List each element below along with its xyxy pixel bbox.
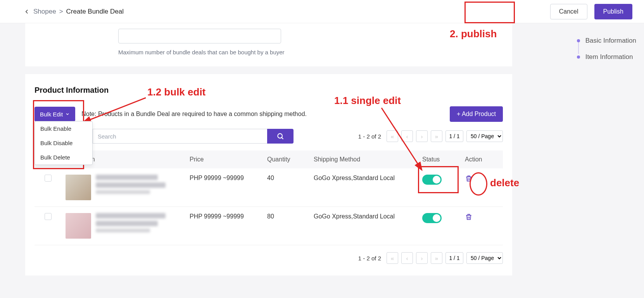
th-qty: Quantity: [267, 156, 314, 163]
th-status: Status: [422, 156, 465, 163]
cell-qty: 40: [267, 175, 314, 182]
row-checkbox[interactable]: [45, 175, 52, 182]
product-name-blurred: [96, 175, 166, 200]
bulk-enable-item[interactable]: Bulk Enable: [35, 121, 92, 136]
section-title: Product Information: [25, 74, 512, 95]
pager-range: 1 - 2 of 2: [358, 255, 381, 262]
product-thumbnail: [66, 213, 91, 239]
sidenav-item-label: Item Information: [585, 53, 633, 61]
th-ship: Shipping Method: [314, 156, 422, 163]
trash-icon: [465, 213, 473, 221]
basic-info-fragment: Maximum number of bundle deals that can …: [25, 23, 512, 66]
sidenav-basic-label: Basic Information: [585, 37, 636, 45]
pager-page-input[interactable]: [445, 252, 463, 264]
pager-size-select[interactable]: 50 / Page: [466, 252, 503, 264]
trash-icon: [465, 175, 473, 182]
shipping-note: Note: Products in a Bundle Deal are requ…: [81, 111, 307, 118]
cell-ship: GoGo Xpress,Standard Local: [314, 213, 422, 220]
product-info-card: Product Information Bulk Edit Note: Prod…: [25, 74, 512, 275]
chevron-down-icon: [65, 112, 70, 116]
delete-button[interactable]: [465, 177, 473, 184]
pager-size-select[interactable]: 50 / Page: [466, 130, 503, 142]
table-row: PHP 99999 ~99999 80 GoGo Xpress,Standard…: [35, 207, 503, 245]
pager-first[interactable]: «: [387, 252, 398, 264]
bulk-edit-menu: Bulk Enable Bulk Disable Bulk Delete: [35, 121, 93, 165]
sidenav-basic[interactable]: Basic Information: [577, 37, 636, 45]
pager-prev[interactable]: ‹: [401, 252, 413, 264]
add-product-button[interactable]: + Add Product: [450, 106, 503, 122]
table-header: nformation Price Quantity Shipping Metho…: [35, 151, 503, 168]
cancel-button[interactable]: Cancel: [550, 4, 587, 19]
pager-next[interactable]: ›: [416, 252, 428, 264]
top-bar: Shopee > Create Bundle Deal Cancel Publi…: [0, 0, 644, 23]
bundle-limit-input[interactable]: [118, 29, 281, 43]
bulk-delete-item[interactable]: Bulk Delete: [35, 150, 92, 165]
pager-bottom: 1 - 2 of 2 « ‹ › » 50 / Page: [358, 252, 503, 264]
status-toggle[interactable]: [422, 175, 442, 185]
pager-top: 1 - 2 of 2 « ‹ › » 50 / Page: [358, 130, 503, 142]
product-table: nformation Price Quantity Shipping Metho…: [35, 151, 503, 245]
helper-text: Maximum number of bundle deals that can …: [118, 49, 512, 55]
breadcrumb-sep: >: [59, 8, 63, 16]
back-icon[interactable]: [23, 8, 30, 15]
breadcrumb: Shopee > Create Bundle Deal: [23, 8, 124, 16]
bulk-edit-label: Bulk Edit: [40, 111, 63, 118]
pager-last[interactable]: »: [431, 130, 442, 142]
cell-qty: 80: [267, 213, 314, 220]
top-actions: Cancel Publish: [550, 4, 632, 19]
th-action: Action: [465, 156, 496, 163]
pager-first[interactable]: «: [387, 130, 398, 142]
cell-price: PHP 99999 ~99999: [190, 175, 267, 182]
status-toggle[interactable]: [422, 213, 442, 223]
svg-point-0: [278, 133, 282, 138]
pager-next[interactable]: ›: [416, 130, 428, 142]
search-input[interactable]: [93, 129, 267, 144]
pager-range: 1 - 2 of 2: [358, 133, 381, 140]
delete-button[interactable]: [465, 215, 473, 222]
pager-last[interactable]: »: [431, 252, 442, 264]
product-name-blurred: [96, 213, 166, 239]
pager-page-input[interactable]: [445, 130, 463, 142]
pager-prev[interactable]: ‹: [401, 130, 413, 142]
side-nav: Basic Information Item Information: [577, 37, 636, 69]
publish-button[interactable]: Publish: [594, 4, 632, 19]
search-icon: [276, 132, 284, 140]
cell-ship: GoGo Xpress,Standard Local: [314, 175, 422, 182]
sidenav-item[interactable]: Item Information: [577, 53, 636, 61]
cell-price: PHP 99999 ~99999: [190, 213, 267, 220]
product-thumbnail: [66, 175, 91, 200]
bulk-edit-button[interactable]: Bulk Edit: [35, 107, 75, 121]
breadcrumb-root[interactable]: Shopee: [33, 8, 56, 16]
breadcrumb-current: Create Bundle Deal: [66, 8, 124, 16]
search-button[interactable]: [267, 129, 294, 144]
table-row: PHP 99999 ~99999 40 GoGo Xpress,Standard…: [35, 168, 503, 207]
th-price: Price: [190, 156, 267, 163]
bulk-disable-item[interactable]: Bulk Disable: [35, 136, 92, 150]
row-checkbox[interactable]: [45, 213, 52, 220]
